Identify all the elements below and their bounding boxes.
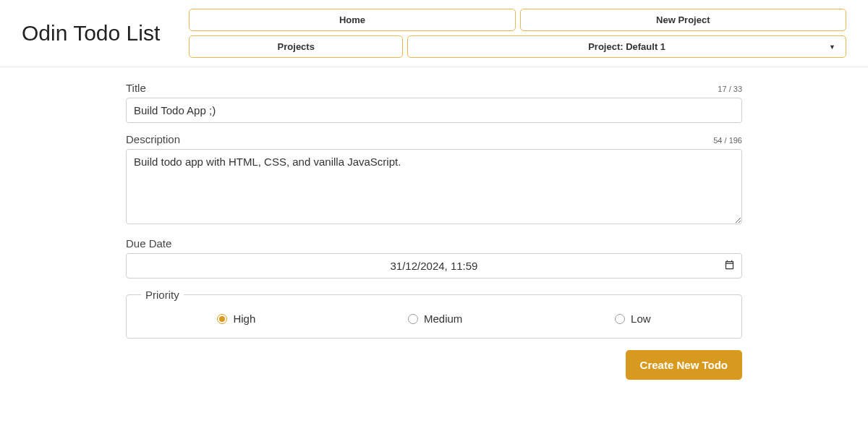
- title-counter: 17 / 33: [718, 85, 742, 93]
- priority-radio-low[interactable]: Low: [615, 312, 651, 325]
- description-field-header: Description 54 / 196: [126, 133, 742, 145]
- chevron-down-icon: ▼: [829, 43, 835, 51]
- radio-icon: [408, 314, 418, 324]
- nav-row-top: Home New Project: [189, 9, 846, 31]
- create-todo-button[interactable]: Create New Todo: [626, 350, 742, 380]
- description-field-group: Description 54 / 196 Build todo app with…: [126, 133, 742, 227]
- priority-label-low: Low: [631, 312, 651, 325]
- title-input[interactable]: [126, 98, 742, 123]
- description-counter: 54 / 196: [713, 136, 742, 145]
- date-input-wrapper: [126, 253, 742, 278]
- title-field-header: Title 17 / 33: [126, 82, 742, 94]
- due-date-field-header: Due Date: [126, 237, 742, 250]
- projects-button[interactable]: Projects: [189, 35, 403, 58]
- priority-legend: Priority: [141, 289, 184, 301]
- priority-radio-high[interactable]: High: [217, 312, 255, 325]
- priority-fieldset: Priority High Medium Low: [126, 289, 742, 339]
- description-label: Description: [126, 133, 180, 145]
- title-field-group: Title 17 / 33: [126, 82, 742, 123]
- radio-icon: [217, 314, 227, 324]
- todo-form: Title 17 / 33 Description 54 / 196 Build…: [126, 82, 742, 380]
- priority-radio-medium[interactable]: Medium: [408, 312, 462, 325]
- due-date-input[interactable]: [126, 253, 742, 278]
- radio-icon: [615, 314, 625, 324]
- priority-label-high: High: [233, 312, 255, 325]
- title-label: Title: [126, 82, 146, 94]
- form-footer: Create New Todo: [126, 350, 742, 380]
- description-input[interactable]: Build todo app with HTML, CSS, and vanil…: [126, 149, 742, 224]
- priority-options: High Medium Low: [141, 312, 727, 325]
- home-button[interactable]: Home: [189, 9, 515, 31]
- nav-container: Home New Project Projects Project: Defau…: [189, 9, 846, 58]
- nav-row-bottom: Projects Project: Default 1 ▼: [189, 35, 846, 58]
- priority-label-medium: Medium: [424, 312, 462, 325]
- app-header: Odin Todo List Home New Project Projects…: [0, 0, 868, 67]
- app-title: Odin Todo List: [22, 21, 160, 46]
- new-project-button[interactable]: New Project: [520, 9, 846, 31]
- project-select-label: Project: Default 1: [588, 41, 665, 52]
- project-select[interactable]: Project: Default 1 ▼: [407, 35, 846, 58]
- due-date-field-group: Due Date: [126, 237, 742, 278]
- due-date-label: Due Date: [126, 237, 171, 250]
